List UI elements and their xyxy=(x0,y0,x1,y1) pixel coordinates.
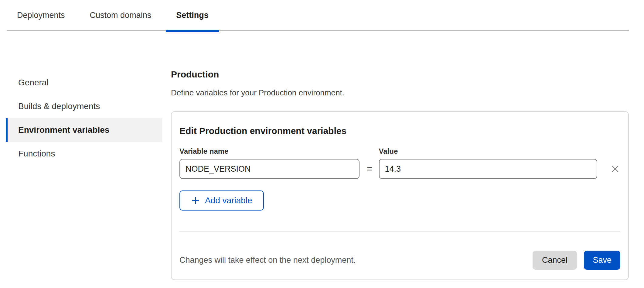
deployment-note: Changes will take effect on the next dep… xyxy=(179,255,356,265)
page-title: Production xyxy=(171,69,629,80)
project-tabbar: Deployments Custom domains Settings xyxy=(7,0,629,31)
remove-variable-button[interactable] xyxy=(611,159,620,179)
variable-row: Variable name = Value xyxy=(179,147,620,179)
variable-name-label: Variable name xyxy=(179,147,359,156)
environment-variables-card: Edit Production environment variables Va… xyxy=(171,111,629,280)
variable-value-input[interactable] xyxy=(379,159,597,179)
equals-sign: = xyxy=(367,159,372,179)
card-divider xyxy=(179,231,620,231)
tab-custom-domains[interactable]: Custom domains xyxy=(80,0,162,30)
section-description: Define variables for your Production env… xyxy=(171,88,629,97)
card-footer: Changes will take effect on the next dep… xyxy=(179,251,620,270)
add-variable-label: Add variable xyxy=(205,196,252,205)
tab-settings[interactable]: Settings xyxy=(166,0,219,30)
tab-deployments[interactable]: Deployments xyxy=(7,0,75,30)
variable-value-field-group: Value xyxy=(379,147,597,179)
save-button[interactable]: Save xyxy=(584,251,620,270)
settings-content: Production Define variables for your Pro… xyxy=(171,69,629,280)
variable-name-field-group: Variable name xyxy=(179,147,359,179)
cancel-button[interactable]: Cancel xyxy=(533,251,577,270)
sidebar-item-functions[interactable]: Functions xyxy=(6,142,162,166)
card-title: Edit Production environment variables xyxy=(179,126,620,136)
plus-icon xyxy=(191,196,200,205)
variable-value-label: Value xyxy=(379,147,597,156)
close-icon xyxy=(611,164,620,173)
settings-sidebar: General Builds & deployments Environment… xyxy=(0,71,164,166)
sidebar-item-builds-deployments[interactable]: Builds & deployments xyxy=(6,94,162,118)
sidebar-item-general[interactable]: General xyxy=(6,71,162,94)
variable-name-input[interactable] xyxy=(179,159,359,179)
footer-actions: Cancel Save xyxy=(533,251,620,270)
sidebar-item-environment-variables[interactable]: Environment variables xyxy=(6,118,162,142)
add-variable-button[interactable]: Add variable xyxy=(179,190,264,211)
